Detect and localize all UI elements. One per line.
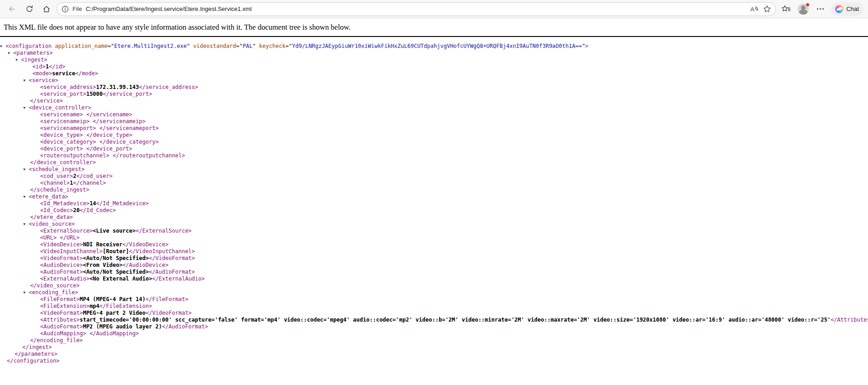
xml-line: ▼<configuration application_name="Etere.… [0,43,868,50]
xml-tag: </Id_Codec> [80,207,116,213]
page-info-icon[interactable] [62,5,69,13]
xml-line: <FileFormat>MP4 (MPEG-4 Part 14)</FileFo… [0,296,868,303]
copilot-chat-label: Chat [847,5,859,12]
collapse-arrow-icon[interactable]: ▼ [23,221,26,228]
xml-punctuation: " [186,43,193,49]
xml-tag: </cod_user> [76,173,112,179]
xml-tag: <VideoFormat> [40,255,83,261]
xml-line: <AudioDevice><From Video></AudioDevice> [0,262,868,269]
xml-tag: </schedule_ingest> [30,187,89,193]
xml-tag: </Id_Metadevice> [96,200,149,207]
copilot-chat-button[interactable]: Chat [831,2,863,16]
xml-tag: <channel> [40,180,70,186]
xml-tag: </FileExtension> [99,303,152,309]
xml-tag: </etere_data> [30,214,73,220]
favorite-star-icon[interactable] [763,5,771,13]
xml-tag: </VideoFormat> [149,255,195,261]
xml-tag: </configuration> [7,358,60,364]
xml-line: <AudioFormat>MP2 (MPEG audio layer 2)</A… [0,323,868,330]
xml-tag: </service> [30,98,63,104]
xml-line: <mode>service</mode> [0,70,868,77]
xml-tag: <Attributes> [40,317,80,323]
xml-tag: <ingest> [21,57,47,63]
xml-tag: </AudioFormat> [149,269,195,275]
address-bar[interactable]: File C:/ProgramData/Etere/Ingest.service… [57,2,776,16]
favorites-bar-button[interactable] [779,2,793,16]
xml-tag: <service_port> [40,91,86,97]
collapse-arrow-icon[interactable]: ▼ [0,43,2,50]
xml-line: ▼<video_source> [0,221,868,228]
xml-tag: <VideoDevice> [40,241,83,248]
xml-attribute-value: Yd9/LNRgzJAEypGiuWr10xiWiwkFikHxZuL69CUT… [292,43,582,49]
browser-toolbar: File C:/ProgramData/Etere/Ingest.service… [0,0,868,18]
xml-tag: <servicenameport> [40,125,96,131]
xml-tag: </AudioDevice> [123,262,169,268]
xml-text-node [96,125,99,131]
xml-tag: </ExternalAudio> [152,276,205,282]
xml-tag: </VideoInputChannel> [129,248,195,255]
xml-text-node: NDI Receiver [83,241,123,248]
xml-punctuation: " [253,43,259,49]
xml-tag: <device_category> [40,139,96,145]
xml-tag: </servicename> [86,111,132,118]
xml-tag: <VideoInputChannel> [40,248,103,255]
collapse-arrow-icon[interactable]: ▼ [23,193,26,200]
xml-punctuation: =" [236,43,243,49]
xml-line: </configuration> [0,358,868,364]
xml-line: <Attributes>start_timecode='00:00:00:00'… [0,317,868,323]
collapse-arrow-icon[interactable]: ▼ [23,77,26,84]
xml-tag: </encoding_file> [30,337,83,343]
xml-text-node: [Router] [103,248,129,255]
xml-punctuation: =" [285,43,292,49]
xml-tag: </AudioFormat> [162,323,208,330]
collapse-arrow-icon[interactable]: ▼ [23,166,26,173]
xml-line: <VideoDevice>NDI Receiver</VideoDevice> [0,241,868,248]
xml-tag: </device_category> [99,139,159,145]
xml-tag: <AudioDevice> [40,262,83,268]
xml-text-node [96,139,99,145]
back-button[interactable] [5,2,19,16]
collapse-arrow-icon[interactable]: ▼ [16,57,18,63]
xml-line: <AudioMapping> </AudioMapping> [0,330,868,337]
favorites-hub-icon [781,5,790,13]
xml-tag: > [585,43,589,49]
xml-tag: </routeroutputchannel> [113,152,185,159]
xml-text-node: <Auto/Not Specified> [83,269,149,275]
read-aloud-icon[interactable]: A [749,5,759,13]
xml-tag: </device_port> [86,146,132,152]
xml-tag: </AudioMapping> [89,330,139,337]
collapse-arrow-icon[interactable]: ▼ [23,289,26,296]
profile-button[interactable] [796,2,811,16]
settings-menu-button[interactable] [813,2,828,16]
xml-tag: <configuration [5,43,52,49]
xml-line: <VideoFormat>MPEG-4 part 2 Video</VideoF… [0,310,868,317]
xml-tag: <FileFormat> [40,296,80,302]
collapse-arrow-icon[interactable]: ▼ [23,104,26,111]
collapse-arrow-icon[interactable]: ▼ [8,50,10,57]
xml-text-node: MP2 (MPEG audio layer 2) [83,323,162,330]
xml-text-node: 14 [89,200,96,207]
xml-tag: </VideoFormat> [145,310,191,316]
xml-line: </etere_data> [0,214,868,221]
xml-text-node: <From Video> [83,262,123,268]
xml-punctuation: =" [108,43,114,49]
xml-line: ▼<schedule_ingest> [0,166,868,173]
xml-tag: <URL> [40,234,57,241]
refresh-button[interactable] [22,2,36,16]
home-button[interactable] [39,2,54,16]
xml-tag: </ingest> [22,344,52,350]
xml-tag: </servicenameport> [99,125,159,131]
xml-line: ▼<parameters> [0,50,868,57]
xml-text-node: 172.31.99.143 [96,84,139,90]
xml-tag: </video_source> [30,282,79,289]
xml-line: <Id_Metadevice>14</Id_Metadevice> [0,200,868,207]
xml-tag: <schedule_ingest> [29,166,85,172]
xml-tag: </service_port> [103,91,152,97]
xml-punctuation: " [582,43,585,49]
url-path[interactable]: C:/ProgramData/Etere/Ingest.service/Eter… [86,5,746,12]
xml-text-node: 15000 [86,91,103,97]
xml-text-node: <No External Audio> [89,276,152,282]
xml-line: </device_controller> [0,159,868,166]
xml-line: </service> [0,98,868,104]
xml-attribute-value: PAL [243,43,253,49]
